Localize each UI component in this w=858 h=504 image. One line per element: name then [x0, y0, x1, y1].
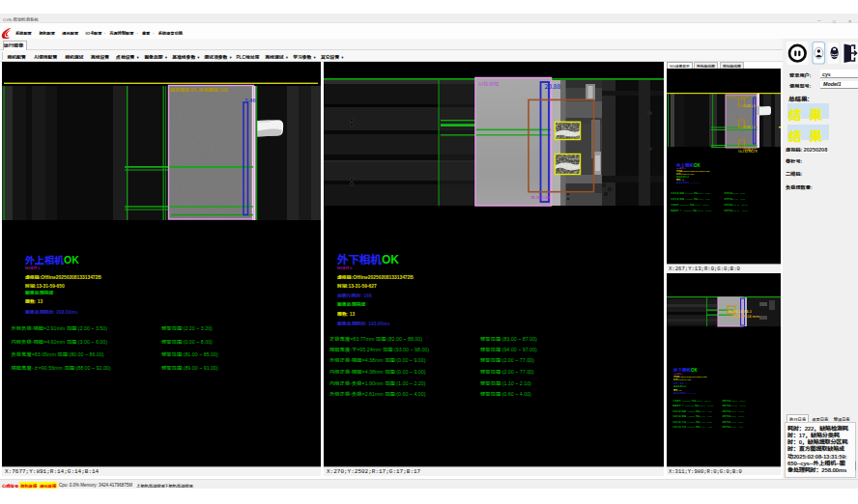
svg-text:5.46: 5.46	[245, 97, 256, 104]
svg-text:20.88: 20.88	[545, 81, 561, 91]
svg-text:20.88 95.24 mm: 20.88 95.24 mm	[730, 313, 759, 319]
svg-text:13.48 1.6: 13.48 1.6	[743, 104, 756, 108]
svg-text:78.76 0.00: 78.76 0.00	[530, 194, 550, 200]
svg-text:AI检测框: AI检测框	[478, 80, 500, 88]
svg-text:固定阈值:93, 动态阈值:100: 固定阈值:93, 动态阈值:100	[170, 86, 228, 94]
svg-text:固定阈值:93, 动态阈值:100: 固定阈值:93, 动态阈值:100	[728, 95, 755, 98]
svg-text:13.48 1.5: 13.48 1.5	[743, 126, 756, 129]
svg-text:53.2 41 R8,2 R: 53.2 41 R8,2 R	[738, 150, 758, 154]
